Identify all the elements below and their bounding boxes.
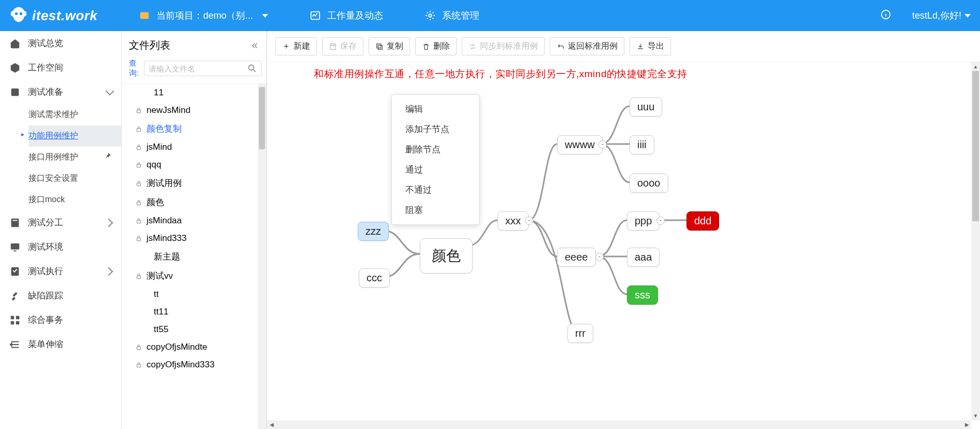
scrollbar-track[interactable] (258, 84, 266, 429)
nav-item[interactable]: 工作空间 (0, 55, 121, 80)
mindmap-node[interactable]: iiii (630, 135, 654, 154)
nav-item-label: 测试准备 (28, 86, 63, 98)
scroll-right-arrow[interactable]: ▶ (962, 420, 971, 429)
context-menu-item[interactable]: 编辑 (392, 99, 479, 119)
file-item[interactable]: tt11 (122, 303, 266, 321)
header-right: testLd,你好! (880, 9, 971, 23)
chart-icon (310, 10, 321, 21)
workload-nav[interactable]: 工作量及动态 (310, 9, 383, 22)
info-icon[interactable] (880, 9, 891, 23)
vertical-scrollbar[interactable]: ▲ ▼ (971, 62, 980, 420)
file-item[interactable]: jsMind333 (122, 230, 266, 247)
file-item[interactable]: tt (122, 285, 266, 303)
mindmap-node[interactable]: aaa (627, 248, 660, 267)
expander-icon[interactable]: - (656, 217, 665, 225)
save-button[interactable]: 保存 (322, 37, 363, 55)
expander-icon[interactable]: - (525, 217, 533, 225)
mindmap-node[interactable]: rrr (567, 324, 593, 343)
mindmap-canvas[interactable]: 和标准用例操作互通，任意一地方执行，实时同步到另一方,xmind的快捷键完全支持 (267, 62, 980, 429)
lock-icon (135, 344, 142, 351)
nav-sub-item[interactable]: 接口mock (28, 189, 121, 210)
context-menu-item[interactable]: 阻塞 (392, 200, 479, 220)
file-item[interactable]: 颜色复制 (122, 119, 266, 138)
nav-item[interactable]: 综合事务 (0, 308, 121, 332)
file-item[interactable]: jsMindaa (122, 212, 266, 230)
mindmap-node[interactable]: ddd (686, 211, 719, 231)
mindmap-node[interactable]: oooo (630, 174, 668, 193)
file-item-label: 新主题 (154, 251, 180, 263)
mindmap-node[interactable]: wwww (557, 135, 603, 154)
file-item[interactable]: jsMind (122, 138, 266, 156)
copy-button[interactable]: 复制 (369, 37, 410, 55)
scroll-down-arrow[interactable]: ▼ (971, 411, 980, 420)
collapse-icon[interactable] (250, 41, 259, 50)
delete-button[interactable]: 删除 (415, 37, 457, 55)
file-item[interactable]: copyOfjsMindte (122, 338, 266, 356)
project-selector[interactable]: 当前项目：demo（别... (139, 9, 268, 22)
context-menu-item[interactable]: 添加子节点 (392, 119, 479, 139)
context-menu-item[interactable]: 删除节点 (392, 139, 479, 160)
logo-text: itest.work (32, 8, 97, 24)
file-item-label: jsMind (147, 142, 172, 152)
nav-item[interactable]: 菜单伸缩 (0, 332, 121, 356)
export-button[interactable]: 导出 (630, 37, 671, 55)
mindmap-node[interactable]: zzz (358, 222, 389, 241)
file-item[interactable]: qqq (122, 156, 266, 174)
file-item[interactable]: copyOfjsMind333 (122, 356, 266, 374)
svg-rect-17 (137, 110, 141, 112)
file-item[interactable]: tt55 (122, 321, 266, 338)
svg-point-4 (429, 14, 432, 17)
nav-sub-item[interactable]: 接口安全设置 (28, 168, 121, 189)
svg-rect-19 (137, 147, 141, 149)
new-button[interactable]: ＋新建 (275, 37, 317, 55)
nav-item[interactable]: 测试环境 (0, 235, 121, 259)
file-item[interactable]: newJsMind (122, 102, 266, 119)
mindmap-node[interactable]: sss (627, 285, 658, 305)
mindmap-node[interactable]: ppp (627, 211, 660, 231)
search-label: 查询: (129, 59, 139, 78)
back-button[interactable]: 返回标准用例 (550, 37, 624, 55)
logo[interactable]: itest.work (9, 6, 97, 25)
search-icon[interactable] (247, 63, 257, 74)
toolbar: ＋新建 保存 复制 删除 同步到标准用例 返回标准用例 导出 (267, 31, 980, 62)
expander-icon[interactable]: - (598, 140, 607, 149)
nav-sub-item[interactable]: 测试需求维护 (28, 104, 121, 125)
mindmap-node[interactable]: eeee (557, 248, 596, 267)
lock-icon (135, 273, 142, 280)
context-menu-item[interactable]: 通过 (392, 160, 479, 180)
nav-sub-item[interactable]: 接口用例维护 (28, 147, 121, 168)
nav-item[interactable]: 测试分工 (0, 210, 121, 235)
nav-item[interactable]: 测试准备 (0, 80, 121, 104)
scrollbar-thumb[interactable] (259, 87, 265, 149)
file-item[interactable]: 颜色 (122, 193, 266, 212)
mindmap-node[interactable]: ccc (359, 268, 390, 288)
file-item[interactable]: 测试用例 (122, 174, 266, 193)
expander-icon[interactable]: - (595, 253, 604, 261)
lock-icon (135, 217, 142, 224)
file-item[interactable]: 新主题 (122, 247, 266, 266)
search-input[interactable] (149, 64, 247, 73)
chevron-down-icon (964, 14, 971, 18)
mindmap-root-node[interactable]: 颜色 (420, 238, 473, 274)
admin-nav[interactable]: 系统管理 (425, 9, 479, 22)
svg-rect-2 (140, 12, 149, 19)
user-greeting[interactable]: testLd,你好! (912, 9, 971, 22)
file-item-label: tt11 (154, 307, 168, 317)
nav-item[interactable]: 测试执行 (0, 259, 121, 283)
context-menu-item[interactable]: 不通过 (392, 180, 479, 200)
mindmap-node[interactable]: uuu (630, 97, 662, 117)
mindmap-node[interactable]: xxx (498, 211, 529, 231)
file-item[interactable]: 11 (122, 84, 266, 102)
nav-item[interactable]: 缺陷跟踪 (0, 283, 121, 308)
sync-button[interactable]: 同步到标准用例 (462, 37, 545, 55)
return-icon (557, 42, 565, 51)
nav-item-label: 菜单伸缩 (28, 338, 63, 350)
nav-item[interactable]: 测试总览 (0, 31, 121, 55)
file-item[interactable]: 测试vv (122, 266, 266, 285)
nav-sub-item[interactable]: 功能用例维护 (28, 125, 121, 147)
scroll-left-arrow[interactable]: ◀ (267, 420, 276, 429)
scroll-up-arrow[interactable]: ▲ (971, 62, 980, 71)
scrollbar-thumb[interactable] (972, 71, 979, 221)
horizontal-scrollbar[interactable]: ◀ ▶ (267, 420, 971, 429)
file-list-panel: 文件列表 查询: 11newJsMind颜色复制jsMindqqq测试用例颜色j… (122, 31, 267, 429)
